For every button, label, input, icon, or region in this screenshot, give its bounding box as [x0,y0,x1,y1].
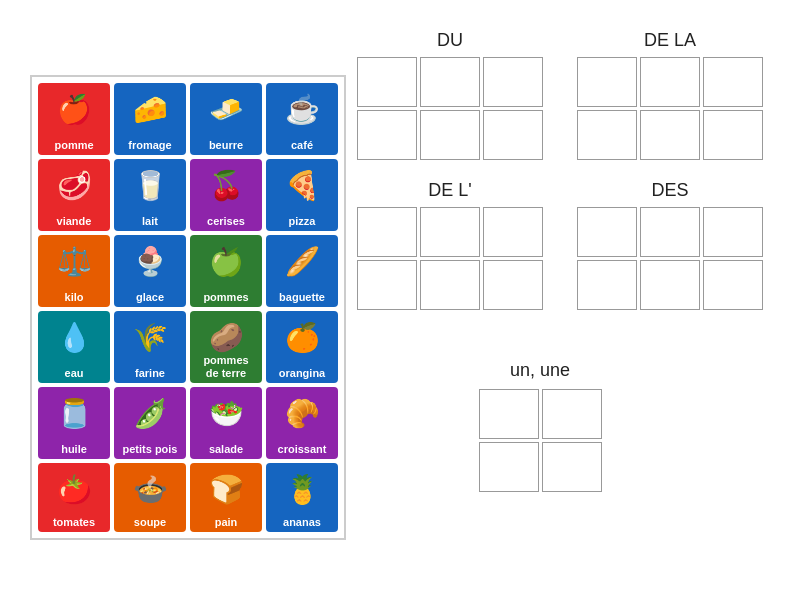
drop-cell[interactable] [577,110,637,160]
food-emoji: 🍕 [266,159,338,211]
food-item-kilo[interactable]: ⚖️kilo [38,235,110,307]
food-label: pizza [266,214,338,229]
food-item-cerises[interactable]: 🍒cerises [190,159,262,231]
dela-grid [570,57,770,160]
food-emoji: 🍞 [190,463,262,515]
food-emoji: 🫛 [114,387,186,439]
food-emoji: 🍊 [266,311,338,363]
drop-cell[interactable] [357,57,417,107]
food-emoji: 🥖 [266,235,338,287]
food-label: beurre [190,138,262,153]
food-item-eau[interactable]: 💧eau [38,311,110,383]
du-title: DU [350,30,550,51]
food-label: cerises [190,214,262,229]
drop-cell[interactable] [420,110,480,160]
drop-cell[interactable] [357,260,417,310]
drop-cell[interactable] [640,260,700,310]
food-label: ananas [266,515,338,530]
food-label: huile [38,442,110,457]
food-item-farine[interactable]: 🌾farine [114,311,186,383]
food-emoji: ☕ [266,83,338,135]
drop-cell[interactable] [703,207,763,257]
food-item-huile[interactable]: 🫙huile [38,387,110,459]
food-item-fromage[interactable]: 🧀fromage [114,83,186,155]
drop-cell[interactable] [483,260,543,310]
food-item-salade[interactable]: 🥗salade [190,387,262,459]
food-emoji: 🍨 [114,235,186,287]
drop-cell[interactable] [640,57,700,107]
food-emoji: 🌾 [114,311,186,363]
food-item-croissant[interactable]: 🥐croissant [266,387,338,459]
food-emoji: 🍍 [266,463,338,515]
drop-cell[interactable] [577,57,637,107]
food-item-baguette[interactable]: 🥖baguette [266,235,338,307]
drop-cell[interactable] [357,110,417,160]
food-label: salade [190,442,262,457]
food-emoji: 🧀 [114,83,186,135]
food-item-café[interactable]: ☕café [266,83,338,155]
drop-cell[interactable] [357,207,417,257]
une-title: un, une [430,360,650,381]
del-grid [350,207,550,310]
del-title: DE L' [350,180,550,201]
drop-cell[interactable] [420,260,480,310]
drop-cell[interactable] [542,442,602,492]
drop-cell[interactable] [479,442,539,492]
drop-cell[interactable] [703,57,763,107]
food-label: fromage [114,138,186,153]
dela-title: DE LA [570,30,770,51]
food-emoji: 💧 [38,311,110,363]
food-item-soupe[interactable]: 🍲soupe [114,463,186,532]
des-section: DES [560,180,780,310]
drop-cell[interactable] [542,389,602,439]
drop-cell[interactable] [420,207,480,257]
food-item-viande[interactable]: 🥩viande [38,159,110,231]
drop-cell[interactable] [420,57,480,107]
food-label: café [266,138,338,153]
drop-cell[interactable] [479,389,539,439]
des-title: DES [570,180,770,201]
food-label: glace [114,290,186,305]
food-emoji: 🥐 [266,387,338,439]
food-item-glace[interactable]: 🍨glace [114,235,186,307]
food-label: petits pois [114,442,186,457]
food-emoji: 🫙 [38,387,110,439]
food-item-tomates[interactable]: 🍅tomates [38,463,110,532]
food-label: pommes de terre [190,353,262,381]
drop-cell[interactable] [577,207,637,257]
drop-cell[interactable] [577,260,637,310]
food-emoji: 🥩 [38,159,110,211]
drop-cell[interactable] [640,207,700,257]
food-label: eau [38,366,110,381]
drop-cell[interactable] [703,260,763,310]
food-item-orangina[interactable]: 🍊orangina [266,311,338,383]
food-item-pain[interactable]: 🍞pain [190,463,262,532]
du-section: DU [340,30,560,160]
drop-zones-panel: DU DE LA DE L' [340,30,780,310]
food-item-petitspois[interactable]: 🫛petits pois [114,387,186,459]
food-item-lait[interactable]: 🥛lait [114,159,186,231]
food-emoji: 🥛 [114,159,186,211]
drop-cell[interactable] [483,207,543,257]
drop-cell[interactable] [483,57,543,107]
food-item-beurre[interactable]: 🧈beurre [190,83,262,155]
drop-cell[interactable] [483,110,543,160]
food-label: baguette [266,290,338,305]
food-label: soupe [114,515,186,530]
food-grid: 🍎pomme🧀fromage🧈beurre☕café🥩viande🥛lait🍒c… [30,75,346,540]
drop-cell[interactable] [703,110,763,160]
food-item-ananas[interactable]: 🍍ananas [266,463,338,532]
food-label: croissant [266,442,338,457]
food-emoji: 🥗 [190,387,262,439]
food-label: pommes [190,290,262,305]
food-item-pizza[interactable]: 🍕pizza [266,159,338,231]
food-label: viande [38,214,110,229]
food-label: orangina [266,366,338,381]
une-section: un, une [430,360,650,492]
del-section: DE L' [340,180,560,310]
food-item-pommesdeterre[interactable]: 🥔pommes de terre [190,311,262,383]
drop-cell[interactable] [640,110,700,160]
food-item-pommes[interactable]: 🍏pommes [190,235,262,307]
food-label: lait [114,214,186,229]
food-item-pomme[interactable]: 🍎pomme [38,83,110,155]
